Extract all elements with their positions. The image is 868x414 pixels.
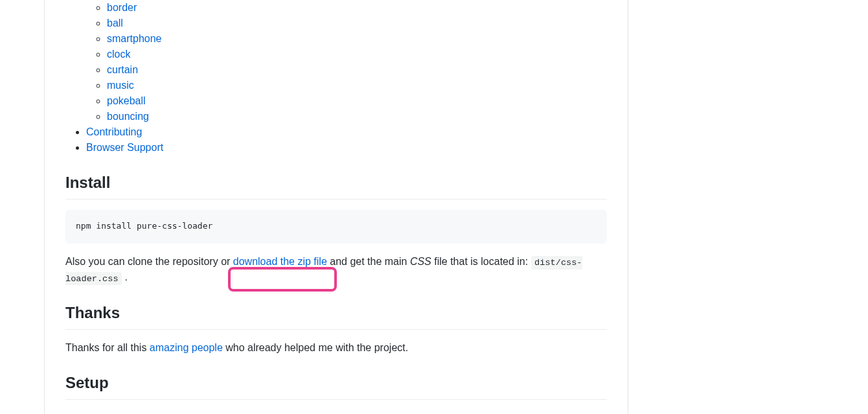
page-root: border ball smartphone clock curtain mus… (0, 0, 868, 414)
toc-list: border ball smartphone clock curtain mus… (65, 0, 607, 155)
toc-link-smartphone[interactable]: smartphone (107, 33, 162, 44)
thanks-paragraph: Thanks for all this amazing people who a… (65, 340, 607, 356)
toc-link-browser-support[interactable]: Browser Support (86, 142, 163, 153)
list-item: curtain (107, 62, 607, 78)
list-item: ball (107, 16, 607, 31)
toc-link-contributing[interactable]: Contributing (86, 126, 142, 137)
toc-parent-item: border ball smartphone clock curtain mus… (65, 0, 607, 124)
link-amazing-people[interactable]: amazing people (150, 342, 223, 353)
text: Thanks for all this (65, 342, 150, 353)
toc-link-curtain[interactable]: curtain (107, 64, 138, 75)
toc-link-border[interactable]: border (107, 2, 137, 13)
list-item: pokeball (107, 93, 607, 109)
readme-panel: border ball smartphone clock curtain mus… (44, 0, 628, 414)
text: Also you can clone the repository or (65, 256, 233, 267)
toc-link-bouncing[interactable]: bouncing (107, 111, 149, 122)
list-item: clock (107, 47, 607, 62)
heading-setup: Setup (65, 371, 607, 400)
toc-link-music[interactable]: music (107, 80, 134, 91)
link-download-zip[interactable]: download the zip file (233, 256, 327, 267)
list-item: Contributing (86, 124, 607, 140)
list-item: Browser Support (86, 140, 607, 155)
css-emphasis: CSS (410, 256, 431, 267)
toc-link-ball[interactable]: ball (107, 17, 123, 29)
text: and get the main (327, 256, 410, 267)
list-item: smartphone (107, 31, 607, 47)
install-code-block[interactable]: npm install pure-css-loader (65, 210, 607, 244)
text: file that is located in: (431, 256, 531, 267)
toc-link-clock[interactable]: clock (107, 49, 130, 60)
list-item: border (107, 0, 607, 16)
toc-sublist: border ball smartphone clock curtain mus… (86, 0, 607, 124)
list-item: bouncing (107, 109, 607, 124)
heading-install: Install (65, 171, 607, 200)
toc-link-pokeball[interactable]: pokeball (107, 95, 146, 106)
install-command: npm install pure-css-loader (76, 221, 212, 231)
heading-thanks: Thanks (65, 301, 607, 330)
text: . (122, 271, 128, 282)
install-paragraph: Also you can clone the repository or dow… (65, 254, 607, 286)
list-item: music (107, 78, 607, 93)
text: who already helped me with the project. (223, 342, 408, 353)
